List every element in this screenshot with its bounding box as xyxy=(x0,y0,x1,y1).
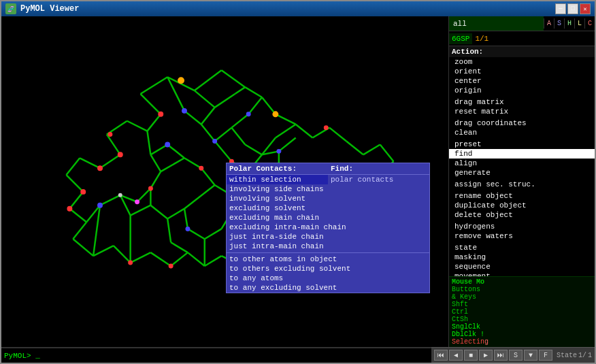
molecule-state: 1/1 xyxy=(472,33,491,44)
play-start-button[interactable]: ⏮ xyxy=(434,350,448,361)
action-remove-waters[interactable]: remove waters xyxy=(449,231,595,241)
svg-point-120 xyxy=(118,152,123,157)
excluding-solvent-item[interactable]: excluding solvent xyxy=(227,203,429,213)
excluding-intra-main-chain-item[interactable]: excluding intra-main chain xyxy=(227,222,429,232)
svg-point-128 xyxy=(324,125,329,130)
play-f-button[interactable]: F xyxy=(539,350,552,361)
svg-point-130 xyxy=(169,264,173,269)
mouse-selecting: Selecting xyxy=(452,338,592,346)
main-content: Polar Contacts: Find: within selection p… xyxy=(1,16,595,347)
object-buttons: A S H L C xyxy=(544,18,595,29)
action-assign-sec-struc[interactable]: assign sec. struc. xyxy=(449,180,595,189)
play-stop-button[interactable]: ■ xyxy=(464,350,478,361)
svg-point-129 xyxy=(107,132,112,137)
object-name: all xyxy=(449,16,544,31)
svg-point-122 xyxy=(199,166,203,171)
obj-btn-c[interactable]: C xyxy=(584,18,595,29)
action-reset-matrix[interactable]: reset matrix xyxy=(449,107,595,116)
svg-point-138 xyxy=(97,203,103,208)
molecule-bar: 6GSP 1/1 xyxy=(449,31,595,46)
action-sequence[interactable]: sequence xyxy=(449,262,595,271)
action-drag-matrix[interactable]: drag matrix xyxy=(449,97,595,107)
action-movement[interactable]: movement xyxy=(449,271,595,276)
action-orient[interactable]: orient xyxy=(449,67,595,76)
svg-point-136 xyxy=(276,149,281,154)
just-intra-main-chain-item[interactable]: just intra-main chain xyxy=(227,242,429,251)
play-down-button[interactable]: ▼ xyxy=(524,350,537,361)
action-hydrogens[interactable]: hydrogens xyxy=(449,222,595,231)
mouse-title: Mouse Mo xyxy=(452,278,592,286)
svg-point-116 xyxy=(158,112,163,117)
action-origin[interactable]: origin xyxy=(449,86,595,95)
polar-contacts-header: Polar Contacts: Find: xyxy=(227,163,429,175)
title-bar-left: 🧬 PyMOL Viewer xyxy=(5,3,79,14)
to-others-excl-solvent-item[interactable]: to others excluding solvent xyxy=(227,264,429,274)
mouse-shft: Shft xyxy=(452,301,592,308)
viewport[interactable]: Polar Contacts: Find: within selection p… xyxy=(1,16,448,347)
svg-point-135 xyxy=(246,112,251,116)
action-panel: Action: zoom orient center origin drag m… xyxy=(449,46,595,276)
obj-btn-l[interactable]: L xyxy=(574,18,584,29)
console-prompt: PyMOL> _ xyxy=(4,352,40,360)
to-any-excl-solvent-item[interactable]: to any excluding solvent xyxy=(227,283,429,293)
action-center[interactable]: center xyxy=(449,76,595,86)
main-window: 🧬 PyMOL Viewer — □ ✕ xyxy=(0,0,596,364)
to-any-atoms-item[interactable]: to any atoms xyxy=(227,274,429,283)
play-end-button[interactable]: ⏭ xyxy=(494,350,508,361)
action-delete-object[interactable]: delete object xyxy=(449,210,595,220)
involving-solvent-item[interactable]: involving solvent xyxy=(227,194,429,203)
close-button[interactable]: ✕ xyxy=(580,3,591,14)
console-bar: PyMOL> _ xyxy=(1,348,431,363)
svg-point-145 xyxy=(135,199,139,204)
within-selection-item[interactable]: within selection xyxy=(227,175,328,184)
action-align[interactable]: align xyxy=(449,159,595,168)
playback-section: ⏮ ◀ ■ ▶ ⏭ S ▼ F State 1/ 1 xyxy=(431,347,595,363)
action-preset[interactable]: preset xyxy=(449,139,595,149)
action-duplicate-object[interactable]: duplicate object xyxy=(449,201,595,210)
just-intra-side-chain-item[interactable]: just intra-side chain xyxy=(227,232,429,242)
obj-btn-h[interactable]: H xyxy=(564,18,574,29)
obj-btn-a[interactable]: A xyxy=(544,18,554,29)
play-forward-button[interactable]: ▶ xyxy=(479,350,493,361)
polar-separator xyxy=(227,252,429,253)
action-find[interactable]: find xyxy=(449,149,595,159)
state-total: 1 xyxy=(588,352,592,359)
svg-point-119 xyxy=(67,206,72,212)
maximize-button[interactable]: □ xyxy=(567,3,578,14)
action-zoom[interactable]: zoom xyxy=(449,57,595,67)
mouse-ctsh: CtSh xyxy=(452,316,592,323)
action-masking[interactable]: masking xyxy=(449,252,595,262)
mouse-buttons: Buttons xyxy=(452,286,592,293)
minimize-button[interactable]: — xyxy=(555,3,566,14)
excluding-main-chain-item[interactable]: excluding main chain xyxy=(227,213,429,222)
mouse-snglclk: SnglClk xyxy=(452,323,592,331)
mouse-ctrl: Ctrl xyxy=(452,308,592,316)
state-label: State xyxy=(557,352,577,359)
title-buttons: — □ ✕ xyxy=(555,3,591,14)
action-rename-object[interactable]: rename object xyxy=(449,191,595,201)
play-back-button[interactable]: ◀ xyxy=(449,350,463,361)
find-title: Find: xyxy=(328,163,429,175)
action-title: Action: xyxy=(449,46,595,57)
molecule-name: 6GSP xyxy=(449,33,472,44)
to-other-atoms-item[interactable]: to other atoms in object xyxy=(227,254,429,264)
action-generate[interactable]: generate xyxy=(449,168,595,178)
right-panel: all A S H L C 6GSP 1/1 Action: zoom orie… xyxy=(448,16,595,347)
action-drag-coordinates[interactable]: drag coordinates xyxy=(449,118,595,128)
title-bar: 🧬 PyMOL Viewer — □ ✕ xyxy=(1,1,595,16)
svg-point-133 xyxy=(182,108,187,114)
action-state[interactable]: state xyxy=(449,243,595,252)
obj-btn-s[interactable]: S xyxy=(554,18,564,29)
object-bar: all A S H L C xyxy=(449,16,595,31)
svg-point-147 xyxy=(118,193,122,197)
console-section: PyMOL> _ xyxy=(1,347,431,363)
polar-contacts-title: Polar Contacts: xyxy=(227,163,328,175)
svg-point-132 xyxy=(165,142,170,147)
svg-point-144 xyxy=(272,111,278,117)
svg-point-139 xyxy=(185,227,190,231)
involving-side-chains-item[interactable]: involving side chains xyxy=(227,184,429,194)
play-s-button[interactable]: S xyxy=(509,350,523,361)
svg-point-134 xyxy=(212,139,217,144)
svg-point-118 xyxy=(80,189,86,195)
action-clean[interactable]: clean xyxy=(449,128,595,137)
